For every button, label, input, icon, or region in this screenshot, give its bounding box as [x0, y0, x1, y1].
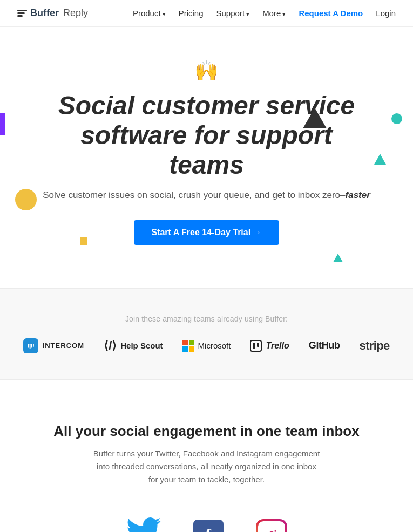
nav-login[interactable]: Login — [376, 9, 396, 18]
svg-rect-4 — [33, 344, 35, 346]
logo-trello: Trello — [250, 340, 289, 352]
logos-label: Join these amazing teams already using B… — [22, 315, 391, 323]
nav-pricing[interactable]: Pricing — [179, 9, 204, 18]
helpscout-label: Help Scout — [120, 341, 163, 350]
stripe-label: stripe — [360, 339, 390, 353]
microsoft-label: Microsoft — [198, 341, 231, 350]
nav-support[interactable]: Support — [216, 9, 250, 18]
social-icons-row: f — [22, 514, 391, 532]
instagram-svg — [263, 527, 280, 532]
deco-teal-tri-small — [374, 154, 386, 165]
navbar: Buffer Reply Product Pricing Support Mor… — [0, 0, 413, 27]
deco-purple-rect — [0, 113, 5, 135]
intercom-svg — [26, 341, 36, 351]
intercom-icon — [23, 338, 38, 353]
nav-links: Product Pricing Support More Request A D… — [133, 9, 396, 18]
hero-cta-button[interactable]: Start A Free 14-Day Trial → — [134, 220, 279, 245]
svg-rect-3 — [31, 344, 32, 347]
deco-dark-tri-large — [303, 108, 327, 128]
logos-section: Join these amazing teams already using B… — [0, 288, 413, 380]
svg-rect-2 — [30, 344, 31, 349]
features-section: All your social engagement in one team i… — [0, 380, 413, 532]
twitter-icon — [126, 514, 161, 532]
logo-github: GitHub — [309, 340, 340, 351]
trello-label: Trello — [266, 341, 289, 351]
svg-rect-1 — [28, 344, 29, 347]
twitter-svg — [126, 514, 161, 532]
deco-teal-small-tri — [333, 254, 343, 262]
features-subtext: Buffer turns your Twitter, Facebook and … — [93, 447, 320, 486]
hero-subtext: Solve customer issues on social, crush y… — [32, 190, 381, 201]
logo-microsoft: Microsoft — [182, 340, 231, 352]
nav-more[interactable]: More — [262, 9, 286, 18]
hero-heading: Social customer service software for sup… — [50, 91, 363, 180]
deco-yellow-circle — [15, 189, 37, 210]
hero-emoji: 🙌 — [32, 59, 381, 82]
facebook-container: f — [193, 520, 224, 532]
microsoft-icon — [182, 340, 194, 352]
trello-icon — [250, 340, 262, 352]
logo-product: Reply — [63, 8, 88, 19]
logo-brand: Buffer — [30, 8, 59, 19]
logos-row: INTERCOM ⟨/⟩ Help Scout Microsoft Trello… — [22, 338, 391, 353]
logo-stripe: stripe — [360, 339, 390, 353]
instagram-icon — [256, 519, 287, 532]
logo[interactable]: Buffer Reply — [17, 8, 88, 19]
facebook-icon: f — [193, 520, 224, 532]
helpscout-icon: ⟨/⟩ — [104, 339, 117, 353]
deco-yellow-small-rect — [80, 237, 87, 245]
features-heading: All your social engagement in one team i… — [22, 423, 391, 440]
nav-request-demo[interactable]: Request A Demo — [299, 9, 363, 18]
svg-point-6 — [274, 530, 276, 532]
intercom-label: INTERCOM — [42, 342, 84, 350]
hero-section: 🙌 Social customer service software for s… — [0, 27, 413, 288]
deco-teal-dot — [391, 113, 402, 124]
nav-product[interactable]: Product — [133, 9, 166, 18]
logo-intercom: INTERCOM — [23, 338, 84, 353]
github-label: GitHub — [309, 340, 340, 351]
logo-helpscout: ⟨/⟩ Help Scout — [104, 339, 163, 353]
logo-icon — [17, 10, 27, 17]
